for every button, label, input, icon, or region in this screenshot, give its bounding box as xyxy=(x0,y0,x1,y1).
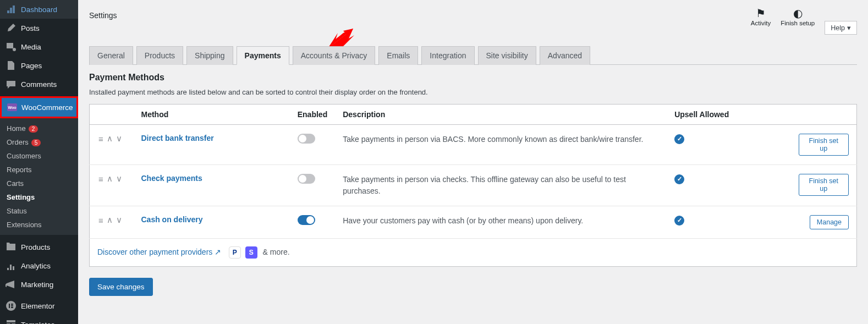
media-icon xyxy=(6,41,17,52)
move-down-icon[interactable]: ∨ xyxy=(115,134,123,144)
submenu-item-extensions[interactable]: Extensions xyxy=(0,218,78,232)
external-link-icon: ↗ xyxy=(215,248,221,256)
tab-advanced[interactable]: Advanced xyxy=(540,46,590,65)
submenu-item-reports[interactable]: Reports xyxy=(0,163,78,177)
finish-set-up-button[interactable]: Finish set up xyxy=(799,174,849,196)
drag-handle-icon[interactable]: ≡ xyxy=(97,134,105,144)
sidebar-item-label: WooCommerce xyxy=(21,103,73,112)
sidebar-item-label: Comments xyxy=(21,80,57,89)
dashboard-icon xyxy=(6,4,17,15)
top-bar: Settings ⚑ Activity ◐ Finish setup Help … xyxy=(89,0,857,46)
tab-general[interactable]: General xyxy=(89,46,133,65)
woocommerce-icon: Woo xyxy=(7,102,17,113)
sidebar-item-marketing[interactable]: Marketing xyxy=(0,275,78,294)
submenu-item-customers[interactable]: Customers xyxy=(0,149,78,163)
svg-rect-3 xyxy=(11,304,13,305)
woocommerce-submenu: Home2Orders5CustomersReportsCartsSetting… xyxy=(0,118,78,235)
submenu-item-status[interactable]: Status xyxy=(0,204,78,218)
sidebar-item-label: Posts xyxy=(21,24,40,32)
activity-button[interactable]: ⚑ Activity xyxy=(751,7,771,26)
payment-method-link[interactable]: Direct bank transfer xyxy=(141,134,214,142)
tab-products[interactable]: Products xyxy=(136,46,183,65)
admin-sidebar: DashboardPostsMediaPagesComments Woo Woo… xyxy=(0,0,78,324)
table-row: ≡∧∨Direct bank transferTake payments in … xyxy=(90,125,857,165)
section-description: Installed payment methods are listed bel… xyxy=(89,88,857,96)
payment-method-link[interactable]: Cash on delivery xyxy=(141,215,203,224)
svg-rect-5 xyxy=(11,307,13,308)
enabled-toggle[interactable] xyxy=(298,174,315,184)
comments-icon xyxy=(6,79,17,90)
table-row: ≡∧∨Check paymentsTake payments in person… xyxy=(90,165,857,206)
posts-icon xyxy=(6,23,17,34)
sidebar-item-pages[interactable]: Pages xyxy=(0,56,78,75)
discover-providers-link[interactable]: Discover other payment providers ↗ xyxy=(97,248,223,256)
sidebar-item-elementor[interactable]: Elementor xyxy=(0,296,78,315)
method-description: Take payments in person via BACS. More c… xyxy=(335,125,667,165)
submenu-item-home[interactable]: Home2 xyxy=(0,122,78,135)
submenu-item-carts[interactable]: Carts xyxy=(0,177,78,190)
flag-icon: ⚑ xyxy=(751,7,771,20)
finish-set-up-button[interactable]: Finish set up xyxy=(799,134,849,156)
col-description: Description xyxy=(335,105,667,125)
enabled-toggle[interactable] xyxy=(298,134,315,144)
sidebar-item-templates[interactable]: Templates xyxy=(0,315,78,324)
tab-integration[interactable]: Integration xyxy=(421,46,474,65)
move-up-icon[interactable]: ∧ xyxy=(106,134,114,144)
sidebar-item-analytics[interactable]: Analytics xyxy=(0,256,78,275)
sidebar-item-label: Pages xyxy=(21,62,42,70)
tab-payments[interactable]: Payments xyxy=(237,46,289,65)
method-description: Take payments in person via checks. This… xyxy=(335,165,667,206)
tab-site-visibility[interactable]: Site visibility xyxy=(478,46,536,65)
svg-point-0 xyxy=(13,48,16,51)
check-icon: ✓ xyxy=(674,216,684,226)
sidebar-item-media[interactable]: Media xyxy=(0,37,78,56)
sidebar-item-products[interactable]: Products xyxy=(0,238,78,256)
products-icon xyxy=(6,241,17,252)
settings-tabs: GeneralProductsShippingPaymentsAccounts … xyxy=(89,46,857,65)
table-row: ≡∧∨Cash on deliveryHave your customers p… xyxy=(90,206,857,239)
svg-rect-2 xyxy=(9,304,10,308)
move-up-icon[interactable]: ∧ xyxy=(106,174,114,184)
pages-icon xyxy=(6,60,17,71)
enabled-toggle[interactable] xyxy=(298,215,315,225)
save-changes-button[interactable]: Save changes xyxy=(89,278,153,296)
analytics-icon xyxy=(6,260,17,271)
manage-button[interactable]: Manage xyxy=(810,215,849,229)
submenu-item-orders[interactable]: Orders5 xyxy=(0,135,78,149)
paypal-icon: P xyxy=(229,246,241,259)
sort-handles: ≡∧∨ xyxy=(97,174,126,184)
page-title: Settings xyxy=(89,7,117,20)
sidebar-item-label: Products xyxy=(21,243,50,251)
col-method: Method xyxy=(134,105,290,125)
count-badge: 2 xyxy=(29,125,39,133)
tab-accounts-privacy[interactable]: Accounts & Privacy xyxy=(293,46,376,65)
marketing-icon xyxy=(6,279,17,290)
sidebar-item-label: Templates xyxy=(21,321,55,325)
help-dropdown[interactable]: Help ▾ xyxy=(825,21,857,35)
sidebar-item-label: Analytics xyxy=(21,262,51,270)
payment-methods-table: Method Enabled Description Upsell Allowe… xyxy=(89,104,857,267)
check-icon: ✓ xyxy=(674,174,684,184)
payment-method-link[interactable]: Check payments xyxy=(141,174,202,183)
move-down-icon[interactable]: ∨ xyxy=(115,174,123,184)
svg-rect-4 xyxy=(11,305,13,306)
elementor-icon xyxy=(6,300,17,311)
drag-handle-icon[interactable]: ≡ xyxy=(97,174,105,184)
chevron-down-icon: ▾ xyxy=(847,24,851,32)
move-up-icon[interactable]: ∧ xyxy=(106,215,114,225)
sidebar-item-dashboard[interactable]: Dashboard xyxy=(0,0,78,19)
tab-emails[interactable]: Emails xyxy=(378,46,418,65)
finish-setup-button[interactable]: ◐ Finish setup xyxy=(781,7,815,26)
tab-shipping[interactable]: Shipping xyxy=(186,46,233,65)
move-down-icon[interactable]: ∨ xyxy=(115,215,123,225)
drag-handle-icon[interactable]: ≡ xyxy=(97,216,105,225)
sidebar-item-label: Dashboard xyxy=(21,6,57,14)
sidebar-item-label: Elementor xyxy=(21,302,55,310)
sidebar-item-woocommerce[interactable]: Woo WooCommerce xyxy=(0,96,78,118)
submenu-item-settings[interactable]: Settings xyxy=(0,190,78,204)
sidebar-item-comments[interactable]: Comments xyxy=(0,75,78,94)
sidebar-item-posts[interactable]: Posts xyxy=(0,19,78,37)
method-description: Have your customers pay with cash (or by… xyxy=(335,206,667,239)
sort-handles: ≡∧∨ xyxy=(97,134,126,144)
count-badge: 5 xyxy=(31,139,41,146)
